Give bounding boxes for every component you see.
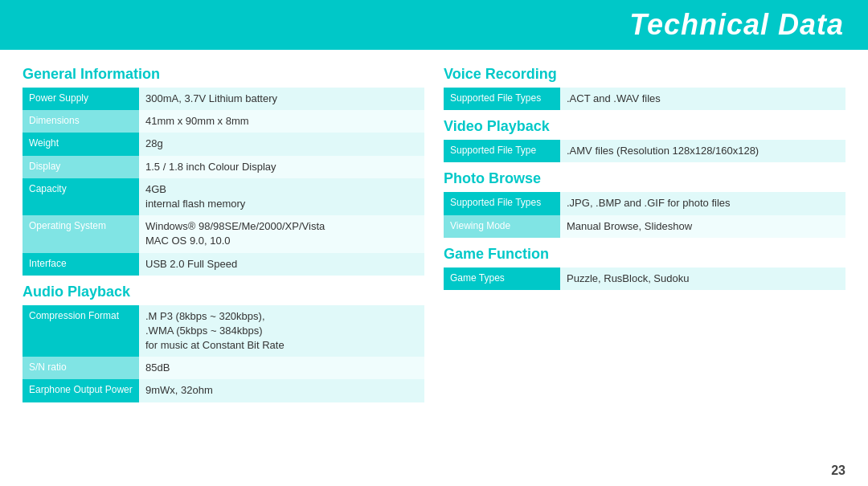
- table-row: Display1.5 / 1.8 inch Colour Display: [23, 156, 424, 178]
- row-label: Power Supply: [23, 88, 139, 110]
- row-value: .M P3 (8kbps ~ 320kbps),.WMA (5kbps ~ 38…: [139, 305, 424, 357]
- row-value: 85dB: [139, 357, 424, 379]
- voice-recording-heading: Voice Recording: [444, 66, 845, 83]
- table-row: Supported File Types.ACT and .WAV files: [444, 88, 845, 110]
- right-column: Voice Recording Supported File Types.ACT…: [444, 63, 845, 410]
- row-label: Operating System: [23, 215, 139, 252]
- row-label: S/N ratio: [23, 357, 139, 379]
- row-value: 300mA, 3.7V Lithium battery: [139, 88, 424, 110]
- video-playback-heading: Video Playback: [444, 118, 845, 135]
- content-area: General Information Power Supply300mA, 3…: [0, 50, 868, 419]
- table-row: Earphone Output Power9mWx, 32ohm: [23, 379, 424, 402]
- row-value: Manual Browse, Slideshow: [560, 215, 845, 238]
- row-value: 9mWx, 32ohm: [139, 379, 424, 402]
- table-row: Game TypesPuzzle, RusBlock, Sudoku: [444, 268, 845, 290]
- row-value: USB 2.0 Full Speed: [139, 253, 424, 276]
- row-label: Supported File Type: [444, 140, 560, 162]
- voice-table: Supported File Types.ACT and .WAV files: [444, 88, 845, 110]
- general-info-heading: General Information: [23, 66, 424, 83]
- row-label: Capacity: [23, 178, 139, 215]
- row-label: Game Types: [444, 268, 560, 290]
- table-row: Dimensions41mm x 90mm x 8mm: [23, 110, 424, 133]
- game-table: Game TypesPuzzle, RusBlock, Sudoku: [444, 268, 845, 290]
- table-row: Capacity4GBinternal flash memory: [23, 178, 424, 215]
- table-row: Supported File Types.JPG, .BMP and .GIF …: [444, 192, 845, 214]
- table-row: Viewing ModeManual Browse, Slideshow: [444, 215, 845, 238]
- page-title: Technical Data: [629, 8, 844, 42]
- left-column: General Information Power Supply300mA, 3…: [23, 63, 424, 410]
- row-value: 1.5 / 1.8 inch Colour Display: [139, 156, 424, 178]
- row-label: Supported File Types: [444, 88, 560, 110]
- table-row: S/N ratio85dB: [23, 357, 424, 379]
- row-value: Windows® 98/98SE/Me/2000/XP/VistaMAC OS …: [139, 215, 424, 252]
- photo-browse-heading: Photo Browse: [444, 170, 845, 187]
- photo-table: Supported File Types.JPG, .BMP and .GIF …: [444, 192, 845, 237]
- row-label: Dimensions: [23, 110, 139, 133]
- table-row: Weight28g: [23, 133, 424, 155]
- row-label: Interface: [23, 253, 139, 276]
- row-label: Supported File Types: [444, 192, 560, 214]
- video-table: Supported File Type.AMV files (Resolutio…: [444, 140, 845, 162]
- page-number: 23: [831, 464, 845, 478]
- audio-playback-heading: Audio Playback: [23, 284, 424, 300]
- general-info-table: Power Supply300mA, 3.7V Lithium batteryD…: [23, 88, 424, 276]
- table-row: Supported File Type.AMV files (Resolutio…: [444, 140, 845, 162]
- table-row: Operating SystemWindows® 98/98SE/Me/2000…: [23, 215, 424, 252]
- row-value: 4GBinternal flash memory: [139, 178, 424, 215]
- row-value: 28g: [139, 133, 424, 155]
- row-value: .ACT and .WAV files: [560, 88, 845, 110]
- row-label: Viewing Mode: [444, 215, 560, 238]
- table-row: InterfaceUSB 2.0 Full Speed: [23, 253, 424, 276]
- row-value: .AMV files (Resolution 128x128/160x128): [560, 140, 845, 162]
- header-bar: Technical Data: [0, 0, 868, 50]
- row-label: Weight: [23, 133, 139, 155]
- row-label: Compression Format: [23, 305, 139, 357]
- row-value: 41mm x 90mm x 8mm: [139, 110, 424, 133]
- table-row: Compression Format.M P3 (8kbps ~ 320kbps…: [23, 305, 424, 357]
- row-value: Puzzle, RusBlock, Sudoku: [560, 268, 845, 290]
- audio-table: Compression Format.M P3 (8kbps ~ 320kbps…: [23, 305, 424, 402]
- row-value: .JPG, .BMP and .GIF for photo files: [560, 192, 845, 214]
- row-label: Display: [23, 156, 139, 178]
- row-label: Earphone Output Power: [23, 379, 139, 402]
- game-function-heading: Game Function: [444, 246, 845, 263]
- table-row: Power Supply300mA, 3.7V Lithium battery: [23, 88, 424, 110]
